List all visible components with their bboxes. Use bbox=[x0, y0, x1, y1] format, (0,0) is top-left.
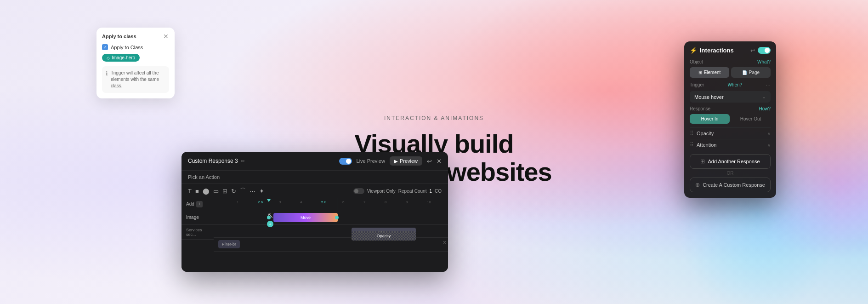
co-label: CO bbox=[435, 189, 442, 194]
grid-icon[interactable]: ⊞ bbox=[222, 188, 227, 195]
image-hero-tag[interactable]: Image-hero bbox=[102, 54, 140, 62]
viewport-toggle[interactable] bbox=[353, 188, 364, 194]
preview-button[interactable]: ▶ Preview bbox=[390, 156, 422, 166]
live-preview-label: Live Preview bbox=[357, 158, 385, 164]
dots-icon[interactable]: ⋯ bbox=[250, 188, 255, 195]
transform-icon[interactable]: ✦ bbox=[259, 188, 264, 195]
interactions-panel-icon: ⚡ bbox=[690, 47, 697, 54]
viewport-label: Viewport Only bbox=[367, 189, 396, 194]
services-track-row: Filter-br ⧖ bbox=[214, 238, 448, 252]
interactions-toggle[interactable] bbox=[758, 47, 771, 54]
attention-label: Attention bbox=[697, 142, 765, 148]
opacity-chevron-icon: ∨ bbox=[767, 131, 771, 136]
page-icon: 📄 bbox=[742, 70, 747, 75]
image-track-row: Move ↖ + bbox=[214, 210, 448, 225]
add-another-response-button[interactable]: ⊞ Add Another Response bbox=[690, 154, 771, 169]
custom-icon: ⊕ bbox=[695, 182, 700, 188]
element-icon: ⊞ bbox=[698, 70, 702, 75]
text-icon[interactable]: T bbox=[188, 188, 192, 195]
hover-out-tab[interactable]: Hover Out bbox=[731, 114, 771, 124]
opacity-row[interactable]: ⠿ Opacity ∨ bbox=[690, 127, 771, 139]
timeline-title: Custom Response 3 bbox=[188, 158, 238, 164]
how-link[interactable]: How? bbox=[759, 106, 771, 111]
trigger-value: Mouse hover bbox=[694, 94, 724, 100]
attention-chevron-icon: ∨ bbox=[767, 143, 771, 148]
interactions-undo-icon[interactable]: ↩ bbox=[750, 47, 755, 54]
element-btn[interactable]: ⊞ Element bbox=[690, 67, 729, 78]
attention-row[interactable]: ⠿ Attention ∨ bbox=[690, 139, 771, 150]
apply-class-label: Apply to Class bbox=[111, 45, 143, 50]
interactions-panel-title: Interactions bbox=[700, 47, 734, 54]
toolbar-right: Viewport Only Repeat Count 1 CO bbox=[353, 188, 442, 194]
timeline-panel: Custom Response 3 ✏ Live Preview ▶ Previ… bbox=[182, 152, 448, 272]
subtitle: INTERACTION & ANIMATIONS bbox=[301, 115, 567, 121]
chevron-down-icon: ⌄ bbox=[762, 94, 766, 100]
timeline-close-icon[interactable]: ✕ bbox=[437, 158, 442, 165]
services-track-label: Services sec... bbox=[182, 225, 214, 240]
close-icon[interactable]: ✕ bbox=[163, 33, 169, 40]
toolbar-icons: T ■ ⬤ ▭ ⊞ ↻ ⌒ ⋯ ✦ bbox=[188, 187, 264, 195]
repeat-count-value: 1 bbox=[429, 189, 432, 194]
info-icon: ℹ bbox=[106, 70, 108, 77]
interactions-panel: ⚡ Interactions ↩ Object What? ⊞ Element … bbox=[684, 41, 776, 198]
apply-panel-title: Apply to class bbox=[102, 34, 136, 39]
play-icon: ▶ bbox=[394, 159, 398, 164]
circle-icon[interactable]: ⬤ bbox=[203, 188, 210, 195]
response-label: Response bbox=[690, 106, 710, 111]
trigger-value-row[interactable]: Mouse hover ⌄ bbox=[690, 91, 771, 103]
trigger-label: Trigger bbox=[690, 82, 704, 87]
repeat-label: Repeat Count bbox=[398, 189, 427, 194]
add-response-icon: ⊞ bbox=[700, 158, 705, 165]
attention-drag-dots-icon: ⠿ bbox=[690, 142, 694, 148]
square-icon[interactable]: ■ bbox=[195, 188, 199, 195]
add-label: Add bbox=[186, 201, 194, 206]
live-preview-toggle[interactable] bbox=[339, 158, 352, 165]
object-label: Object bbox=[690, 59, 703, 64]
info-text: Trigger will affect all the elements wit… bbox=[111, 70, 165, 89]
filter-icon: ⧖ bbox=[443, 240, 446, 246]
apply-to-class-panel: Apply to class ✕ Apply to Class Image-he… bbox=[96, 28, 175, 98]
filter-block: Filter-br bbox=[218, 240, 240, 248]
apply-class-checkbox[interactable] bbox=[102, 44, 108, 50]
info-box: ℹ Trigger will affect all the elements w… bbox=[102, 66, 169, 93]
image-track-label: Image bbox=[182, 210, 214, 225]
move-track-block[interactable]: Move bbox=[273, 213, 338, 222]
add-plus-button[interactable]: + bbox=[196, 201, 203, 207]
opacity-label: Opacity bbox=[697, 131, 765, 136]
pick-action-label: Pick an Action bbox=[182, 171, 448, 184]
keyframe-dot-end[interactable] bbox=[335, 216, 339, 219]
path-icon[interactable]: ⌒ bbox=[240, 187, 246, 195]
or-text: OR bbox=[690, 171, 771, 176]
rect-icon[interactable]: ▭ bbox=[213, 188, 219, 195]
undo-icon[interactable]: ↩ bbox=[427, 158, 432, 165]
page-btn[interactable]: 📄 Page bbox=[731, 67, 771, 78]
trigger-more-icon[interactable]: ··· bbox=[766, 81, 771, 88]
drag-dots-icon: ⠿ bbox=[690, 130, 694, 137]
timeline-ruler: 1 2.6 3 4 5.8 6 7 8 9 10 bbox=[214, 198, 448, 210]
edit-icon[interactable]: ✏ bbox=[241, 158, 245, 164]
create-custom-response-button[interactable]: ⊕ Create A Custom Response bbox=[690, 178, 771, 192]
when-link[interactable]: When? bbox=[727, 82, 742, 87]
what-link[interactable]: What? bbox=[757, 59, 771, 64]
rotate-icon[interactable]: ↻ bbox=[231, 188, 236, 195]
hover-in-tab[interactable]: Hover In bbox=[690, 114, 730, 124]
